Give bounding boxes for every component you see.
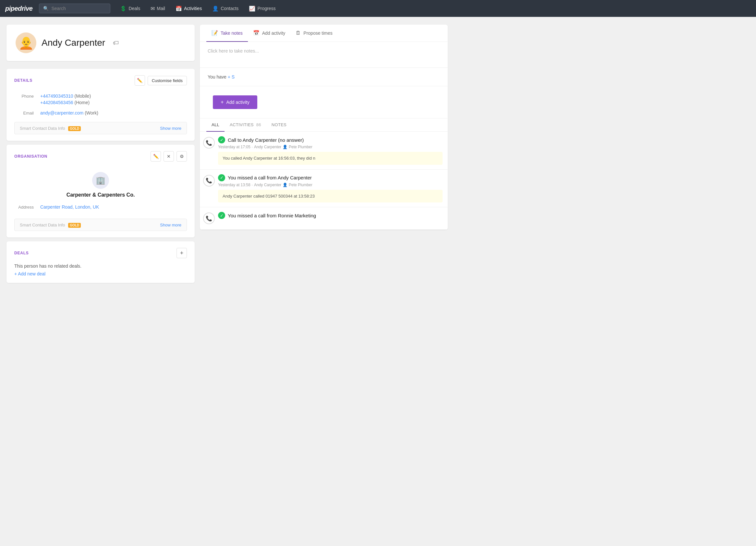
you-have-box: You have + S [200,68,448,86]
settings-org-button[interactable]: ⚙ [177,151,187,162]
nav-label-activities: Activities [184,6,202,11]
activity-date-1: Yesterday at 17:05 [218,145,250,149]
gold-badge-details: GOLD [68,126,81,131]
nav-label-contacts: Contacts [221,6,238,11]
activity-date-2: Yesterday at 13:58 [218,183,250,187]
add-activity-label: Add activity [262,30,286,36]
email-entry: andy@carpenter.com (Work) [40,110,98,115]
avatar: 🧑‍🦲 [16,32,36,53]
logo: pipedrive [5,5,32,12]
progress-icon: 📈 [249,6,255,12]
org-icon: 🏢 [92,172,109,189]
you-have-link[interactable]: + S [228,74,235,79]
add-activity-button[interactable]: + Add activity [213,95,257,109]
nav-label-mail: Mail [157,6,165,11]
tag-icon: 🏷 [113,40,119,46]
email-address[interactable]: andy@carpenter.com [40,110,83,115]
feed-tab-activities-label: ACTIVITIES [230,122,254,127]
check-circle-2: ✓ [218,174,225,181]
remove-org-button[interactable]: ✕ [164,151,174,162]
feed-tab-all[interactable]: ALL [206,118,225,132]
activity-item-3: 📞 ✓ You missed a call from Ronnie Market… [200,207,448,230]
phone-1-number[interactable]: +447490345310 [40,93,73,99]
notes-input[interactable]: Click here to take notes... [200,42,448,68]
deals-empty-text: This person has no related deals. [14,263,187,269]
activity-title-2: You missed a call from Andy Carpenter [228,175,312,180]
contacts-icon: 👤 [212,6,219,12]
activity-title-row-3: ✓ You missed a call from Ronnie Marketin… [218,212,443,219]
phone-row: Phone +447490345310 (Mobile) +4420845634… [14,91,187,108]
check-circle-1: ✓ [218,136,225,143]
org-address[interactable]: Carpenter Road, London, UK [40,204,99,210]
activity-user-2: Pete Plumber [289,183,312,187]
activity-title-3: You missed a call from Ronnie Marketing [228,213,316,218]
gold-badge-org: GOLD [68,223,81,228]
edit-org-button[interactable]: ✏️ [151,151,161,162]
phone-2-number[interactable]: +442084563456 [40,100,73,105]
organisation-actions: ✏️ ✕ ⚙ [151,151,187,162]
activity-meta-1: Yesterday at 17:05 · Andy Carpenter 👤 Pe… [218,145,443,149]
details-title: DETAILS [14,78,32,83]
nav-label-progress: Progress [257,6,275,11]
activity-user-1: Pete Plumber [289,145,312,149]
activity-icon-col-2: 📞 [200,170,218,207]
phone-circle-2: 📞 [203,175,215,187]
show-more-org[interactable]: Show more [160,223,181,227]
tab-propose-times[interactable]: 🗓 Propose times [290,25,337,42]
left-panel: 🧑‍🦲 Andy Carpenter 🏷 DETAILS ✏️ Customis… [6,25,195,283]
deals-card: DEALS + This person has no related deals… [6,241,195,283]
take-notes-icon: 📝 [212,30,218,36]
deals-icon: 💲 [120,6,127,12]
nav-item-activities[interactable]: 📅 Activities [171,3,206,14]
tab-take-notes[interactable]: 📝 Take notes [206,25,248,42]
right-panel: 📝 Take notes 📅 Add activity 🗓 Propose ti… [200,25,448,283]
person-icon-1: 👤 [283,145,287,149]
activity-list: 📞 ✓ Call to Andy Carpenter (no answer) Y… [200,132,448,230]
activity-body-2: ✓ You missed a call from Andy Carpenter … [218,170,448,207]
add-deal-button[interactable]: + [177,248,187,258]
smart-contact-label-org: Smart Contact Data Info [20,223,65,227]
activity-body-3: ✓ You missed a call from Ronnie Marketin… [218,207,448,229]
activity-contact-2: Andy Carpenter [254,183,281,187]
activity-icon-col-1: 📞 [200,132,218,169]
edit-details-button[interactable]: ✏️ [135,75,145,86]
phone-values: +447490345310 (Mobile) +442084563456 (Ho… [40,93,91,105]
deals-actions: + [177,248,187,258]
activity-icon-col-3: 📞 [200,207,218,229]
add-new-deal-link[interactable]: + Add new deal [14,271,45,276]
details-header: DETAILS ✏️ Customise fields [14,75,187,86]
contact-header: 🧑‍🦲 Andy Carpenter 🏷 [6,25,195,61]
email-row: Email andy@carpenter.com (Work) [14,108,187,118]
activity-meta-2: Yesterday at 13:58 · Andy Carpenter 👤 Pe… [218,183,443,187]
phone-2: +442084563456 (Home) [40,100,91,105]
organisation-header: ORGANISATION ✏️ ✕ ⚙ [14,151,187,162]
nav-item-mail[interactable]: ✉ Mail [146,3,170,14]
nav-label-deals: Deals [128,6,140,11]
feed-tab-activities[interactable]: ACTIVITIES 86 [225,118,266,132]
email-label: Email [14,110,40,115]
you-have-text: You have [208,74,226,79]
nav-item-deals[interactable]: 💲 Deals [116,3,145,14]
activity-note-2: Andy Carpenter called 01947 500344 at 13… [218,190,443,203]
add-activity-btn-label: Add activity [226,100,250,105]
search-input[interactable] [51,6,103,11]
feed-tab-notes[interactable]: NOTES [266,118,292,132]
address-label: Address [14,205,40,210]
show-more-details[interactable]: Show more [160,126,181,131]
propose-times-label: Propose times [303,30,332,36]
phone-label: Phone [14,93,40,99]
activity-title-1: Call to Andy Carpenter (no answer) [228,137,304,143]
tab-add-activity[interactable]: 📅 Add activity [248,25,291,42]
search-container[interactable]: 🔍 [39,4,110,13]
deals-header: DEALS + [14,248,187,258]
add-activity-plus-icon: + [221,99,224,105]
details-actions: ✏️ Customise fields [135,75,187,86]
nav-item-contacts[interactable]: 👤 Contacts [208,3,243,14]
check-circle-3: ✓ [218,212,225,219]
phone-circle-3: 📞 [203,212,215,224]
nav-item-progress[interactable]: 📈 Progress [244,3,280,14]
customise-fields-button[interactable]: Customise fields [148,76,187,85]
right-tabs: 📝 Take notes 📅 Add activity 🗓 Propose ti… [200,25,448,42]
feed-tab-all-label: ALL [212,122,219,127]
contact-name: Andy Carpenter [42,38,105,48]
